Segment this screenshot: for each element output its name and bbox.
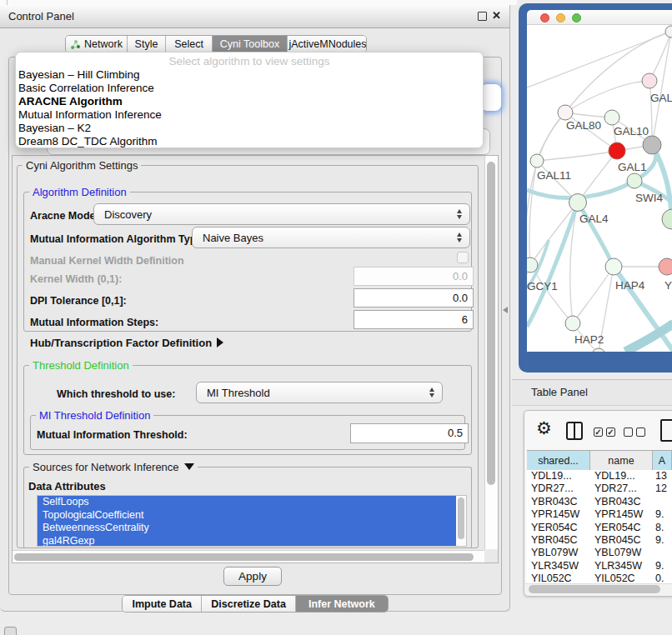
table-row[interactable]: YDL19...YDL19...13: [527, 470, 672, 482]
minimize-light[interactable]: [556, 13, 565, 22]
network-icon: [70, 39, 81, 50]
sources-title[interactable]: Sources for Network Inference: [29, 461, 198, 473]
table-row[interactable]: YER054CYER054C8.: [527, 522, 672, 534]
network-edge[interactable]: [652, 145, 672, 219]
node-label-gal10: GAL10: [614, 125, 649, 138]
float-window-icon[interactable]: [478, 12, 487, 21]
node-gal-partial[interactable]: [642, 73, 657, 88]
kernel-width-field[interactable]: 0.0: [354, 267, 474, 286]
table-cell: 9.: [653, 534, 672, 547]
node-gal4[interactable]: [569, 194, 587, 212]
cyni-settings-title: Cyni Algorithm Settings: [23, 159, 141, 172]
column-header-a[interactable]: A: [653, 451, 672, 471]
network-edge[interactable]: [537, 112, 565, 161]
table-document-icon[interactable]: [660, 419, 672, 442]
hub-tf-expander[interactable]: Hub/Transcription Factor Definition: [30, 337, 223, 349]
zoom-light[interactable]: [572, 13, 581, 22]
node-green-right[interactable]: [662, 209, 672, 229]
network-window-titlebar[interactable]: [527, 10, 672, 25]
table-rows: YDL19...YDL19...13YDR27...YDR27...12YBR0…: [527, 470, 672, 585]
vertical-scrollbar-thumb[interactable]: [487, 162, 495, 485]
which-threshold-value: MI Threshold: [197, 387, 425, 399]
dpi-tolerance-field[interactable]: 0.0: [354, 288, 474, 308]
split-columns-icon-divider: [574, 422, 575, 440]
tab-infer-network[interactable]: Infer Network: [296, 596, 388, 612]
mi-steps-field[interactable]: 6: [354, 310, 474, 329]
table-cell: YBL079W: [527, 547, 590, 559]
network-canvas[interactable]: GALGAL80GAL10GAL1GAL11SWI4GAL4GCY1HAP4YH…: [527, 25, 672, 352]
manual-kernel-checkbox[interactable]: [457, 252, 469, 263]
table-cell: YBR043C: [527, 496, 590, 508]
node-gal1[interactable]: [609, 142, 625, 159]
algorithm-option-bayesian-hill-climbing[interactable]: Bayesian – Hill Climbing: [16, 68, 483, 82]
table-row[interactable]: YDR27...YDR27...12: [527, 482, 672, 495]
network-edge[interactable]: [652, 32, 671, 145]
table-row[interactable]: YLR345WYLR345W9.: [527, 560, 672, 572]
node-gal80[interactable]: [558, 105, 573, 120]
tab-select[interactable]: Select: [166, 36, 213, 52]
list-scrollbar-thumb[interactable]: [458, 498, 464, 539]
table-cell: YDR27...: [527, 482, 590, 495]
node[interactable]: [665, 26, 672, 38]
algorithm-option-basic-correlation-inference[interactable]: Basic Correlation Inference: [16, 82, 483, 95]
aracne-mode-combo[interactable]: Discovery: [93, 203, 470, 225]
node-gal10[interactable]: [604, 110, 619, 125]
table-horizontal-scrollbar-thumb[interactable]: [529, 585, 660, 593]
node-gal11[interactable]: [530, 154, 544, 168]
mi-type-combo[interactable]: Naive Bayes: [192, 227, 470, 248]
node-gray[interactable]: [643, 136, 661, 154]
node-hap4[interactable]: [605, 258, 622, 275]
algorithm-option-dream8-dc-tdc-algorithm[interactable]: Dream8 DC_TDC Algorithm: [16, 135, 483, 148]
uncheck-all-icon[interactable]: [636, 428, 645, 437]
tab-network[interactable]: Network: [66, 36, 128, 52]
collapsed-panel-handle[interactable]: [4, 627, 17, 635]
mi-threshold-field[interactable]: 0.5: [350, 423, 469, 443]
node-swi4[interactable]: [627, 173, 642, 188]
tab-cyni-toolbox[interactable]: Cyni Toolbox: [213, 36, 288, 52]
tab-discretize-data[interactable]: Discretize Data: [202, 596, 295, 612]
settings-gear-icon[interactable]: ⚙: [536, 418, 552, 438]
node-label-hap4: HAP4: [615, 279, 645, 292]
attribute-item-selfloops[interactable]: SelfLoops: [38, 496, 459, 509]
check-all-icon[interactable]: ✓: [594, 428, 603, 437]
column-header-name[interactable]: name: [590, 451, 653, 471]
tab-label: jActiveMNodules: [288, 38, 366, 50]
uncheck-all-icon[interactable]: [624, 428, 633, 437]
network-edge[interactable]: [573, 267, 614, 323]
network-edge[interactable]: [537, 151, 617, 161]
close-icon[interactable]: ✕: [492, 9, 501, 22]
which-threshold-combo[interactable]: MI Threshold: [196, 382, 443, 403]
algorithm-option-aracne-algorithm[interactable]: ARACNE Algorithm: [16, 95, 483, 108]
tab-style[interactable]: Style: [128, 36, 166, 52]
node-pink-right[interactable]: [659, 258, 672, 275]
table-row[interactable]: YBR043CYBR043C: [527, 496, 672, 508]
apply-button[interactable]: Apply: [223, 567, 282, 586]
table-row[interactable]: YBR045CYBR045C9.: [527, 534, 672, 547]
network-edge[interactable]: [649, 81, 652, 145]
algorithm-option-bayesian-k2[interactable]: Bayesian – K2: [16, 122, 483, 135]
attribute-item-betweennesscentrality[interactable]: BetweennessCentrality: [38, 522, 459, 535]
node-gcy1[interactable]: [527, 258, 538, 272]
attribute-item-topologicalcoefficient[interactable]: TopologicalCoefficient: [38, 509, 459, 522]
app-screen: Control Panel ✕ NetworkStyleSelectCyni T…: [0, 0, 672, 635]
table-row[interactable]: YBL079WYBL079W: [527, 547, 672, 559]
check-all-icon[interactable]: ✓: [606, 428, 615, 437]
splitter-collapse-icon[interactable]: [503, 307, 508, 313]
column-header-shared[interactable]: shared...: [527, 451, 590, 471]
tab-jactivemnodules[interactable]: jActiveMNodules: [288, 36, 367, 52]
table-cell: [653, 496, 672, 508]
tab-impute-data[interactable]: Impute Data: [123, 596, 202, 612]
node-hap2[interactable]: [565, 316, 580, 331]
table-cell: YLR345W: [590, 560, 653, 572]
horizontal-scrollbar-thumb[interactable]: [14, 553, 474, 561]
close-light[interactable]: [540, 13, 549, 22]
attribute-item-gal4rgexp[interactable]: gal4RGexp: [38, 535, 459, 548]
mi-threshold-title: MI Threshold Definition: [36, 409, 153, 422]
table-row[interactable]: YPR145WYPR145W9.: [527, 508, 672, 521]
table-cell: YDL19...: [590, 470, 653, 482]
node-label-gal: GAL: [650, 92, 672, 104]
stepper-icon: [425, 388, 439, 398]
tab-label: Cyni Toolbox: [220, 38, 279, 50]
algorithm-definition-title: Algorithm Definition: [29, 186, 130, 198]
algorithm-option-mutual-information-inference[interactable]: Mutual Information Inference: [16, 108, 483, 122]
